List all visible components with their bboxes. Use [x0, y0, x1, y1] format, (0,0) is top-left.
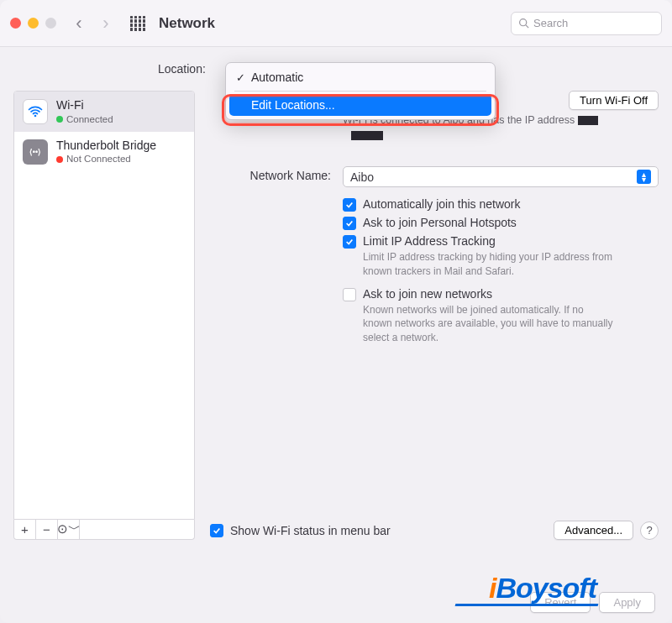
- svg-point-0: [520, 19, 527, 26]
- forward-button[interactable]: ›: [98, 14, 113, 33]
- status-dot-icon: [56, 116, 63, 123]
- ask-new-checkbox[interactable]: [343, 288, 356, 301]
- ask-new-desc: Known networks will be joined automatica…: [363, 303, 615, 345]
- content-area: Location: Wi-Fi Connected: [0, 47, 672, 623]
- grid-icon: [130, 16, 145, 31]
- titlebar: ‹ › Network Search: [0, 0, 672, 47]
- gear-menu-icon: ⊙﹀: [57, 521, 81, 537]
- dropdown-separator: [234, 91, 486, 92]
- hotspot-checkbox[interactable]: [343, 217, 356, 230]
- show-all-button[interactable]: [129, 14, 147, 33]
- service-text: Wi-Fi Connected: [56, 98, 113, 125]
- watermark-underline: [455, 604, 599, 606]
- close-window-button[interactable]: [10, 18, 21, 29]
- ask-new-label: Ask to join new networks: [363, 287, 615, 301]
- auto-join-label: Automatically join this network: [363, 197, 521, 211]
- service-wifi[interactable]: Wi-Fi Connected: [14, 92, 194, 132]
- location-option-automatic[interactable]: ✓ Automatic: [229, 66, 491, 88]
- turn-wifi-off-button[interactable]: Turn Wi-Fi Off: [569, 91, 659, 110]
- location-label: Location:: [158, 62, 206, 76]
- body-row: Wi-Fi Connected ⟨••⟩ Thunderbolt Br: [13, 91, 659, 540]
- detail-bottom-row: Show Wi-Fi status in menu bar Advanced..…: [210, 521, 659, 540]
- help-button[interactable]: ?: [640, 521, 659, 540]
- window-title: Network: [159, 15, 215, 32]
- chevron-updown-icon: ▴▾: [637, 170, 651, 184]
- limit-ip-label: Limit IP Address Tracking: [363, 234, 615, 248]
- show-status-checkbox[interactable]: [210, 524, 223, 537]
- auto-join-checkbox[interactable]: [343, 198, 356, 212]
- service-status: Not Connected: [56, 153, 156, 165]
- advanced-button[interactable]: Advanced...: [554, 521, 633, 540]
- svg-point-2: [34, 115, 37, 118]
- location-option-edit[interactable]: Edit Locations...: [229, 94, 491, 116]
- nav-buttons: ‹ ›: [71, 14, 113, 33]
- status-dot-icon: [56, 156, 63, 163]
- redacted-text: [578, 116, 598, 125]
- checkmark-icon: ✓: [236, 71, 245, 84]
- limit-ip-checkbox[interactable]: [343, 235, 356, 249]
- limit-ip-desc: Limit IP address tracking by hiding your…: [363, 250, 615, 279]
- network-name-row: Network Name: Aibo ▴▾ Automatically join…: [210, 166, 659, 349]
- services-sidebar: Wi-Fi Connected ⟨••⟩ Thunderbolt Br: [13, 91, 195, 540]
- service-menu-button[interactable]: ⊙﹀: [58, 520, 80, 539]
- window-controls: [10, 18, 56, 29]
- minimize-window-button[interactable]: [28, 18, 39, 29]
- zoom-window-button[interactable]: [45, 18, 56, 29]
- search-placeholder: Search: [533, 17, 568, 29]
- show-status-label: Show Wi-Fi status in menu bar: [230, 524, 391, 537]
- service-text: Thunderbolt Bridge Not Connected: [56, 139, 156, 165]
- service-list: Wi-Fi Connected ⟨••⟩ Thunderbolt Br: [13, 91, 195, 520]
- service-name: Thunderbolt Bridge: [56, 139, 156, 154]
- network-preferences-window: ‹ › Network Search Location:: [0, 0, 672, 623]
- redacted-text: [351, 131, 383, 140]
- list-footer: + − ⊙﹀: [13, 520, 195, 540]
- hotspot-label: Ask to join Personal Hotspots: [363, 216, 517, 229]
- search-input[interactable]: Search: [511, 12, 662, 35]
- location-dropdown[interactable]: ✓ Automatic Edit Locations...: [225, 62, 496, 120]
- svg-line-1: [526, 25, 528, 28]
- service-name: Wi-Fi: [56, 98, 113, 113]
- search-icon: [518, 18, 529, 29]
- service-status: Connected: [56, 113, 113, 125]
- detail-pane: Status: Connected Turn Wi-Fi Off Wi-Fi i…: [210, 91, 659, 540]
- remove-service-button[interactable]: −: [36, 520, 58, 539]
- service-thunderbolt[interactable]: ⟨••⟩ Thunderbolt Bridge Not Connected: [14, 132, 194, 172]
- watermark-logo: iBoysoft: [489, 572, 596, 605]
- network-name-select[interactable]: Aibo ▴▾: [343, 166, 659, 187]
- back-button[interactable]: ‹: [71, 14, 87, 33]
- thunderbolt-icon: ⟨••⟩: [23, 139, 48, 165]
- wifi-icon: [23, 99, 48, 124]
- apply-button[interactable]: Apply: [599, 592, 655, 613]
- add-service-button[interactable]: +: [14, 520, 36, 539]
- svg-text:⟨••⟩: ⟨••⟩: [29, 148, 41, 156]
- network-name-value: Aibo: [350, 170, 374, 184]
- network-name-label: Network Name:: [210, 166, 343, 349]
